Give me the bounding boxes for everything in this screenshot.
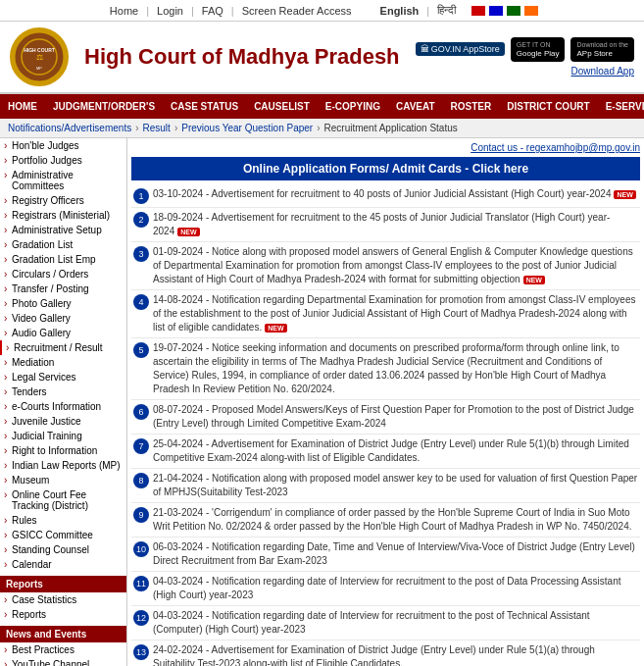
app-store-button[interactable]: Download on the APp Store (570, 37, 634, 62)
nav-case-status[interactable]: CASE STATUS (163, 94, 246, 119)
login-link[interactable]: Login (157, 5, 183, 17)
breadcrumb-question-paper[interactable]: Previous Year Question Paper (181, 123, 313, 133)
sidebar-item-reports[interactable]: Reports (0, 607, 126, 622)
notif-link-12[interactable]: 04-03-2024 - Notification regarding date… (153, 610, 590, 635)
sidebar-item-case-stats[interactable]: Case Statistics (0, 592, 126, 607)
sidebar-item-registrars[interactable]: Registrars (Ministerial) (0, 208, 126, 223)
sidebar-item-photo[interactable]: Photo Gallery (0, 296, 126, 311)
notif-text-7[interactable]: 25-04-2024 - Advertisement for Examinati… (153, 437, 638, 465)
nav-ecopying[interactable]: E-COPYING (318, 94, 388, 119)
notif-link-11[interactable]: 04-03-2024 - Notification regarding date… (153, 576, 620, 600)
contact-email[interactable]: Contact us - regexamhojbp@mp.gov.in (471, 142, 640, 153)
sidebar-section-news: News and Events (0, 626, 126, 642)
notif-text-3[interactable]: 01-09-2024 - Notice along with proposed … (153, 245, 638, 286)
sidebar-item-portfolio[interactable]: Portfolio Judges (0, 153, 126, 168)
site-header: HIGH COURT ⚖ MP High Court of Madhya Pra… (0, 22, 644, 94)
sidebar-section-reports: Reports (0, 576, 126, 592)
google-play-button[interactable]: GET IT ON Google Play (511, 37, 566, 62)
sidebar-item-standing-counsel[interactable]: Standing Counsel (0, 542, 126, 557)
sidebar-item-rules[interactable]: Rules (0, 513, 126, 528)
sidebar-item-best-practices[interactable]: Best Practices (0, 642, 126, 657)
sidebar-item-ecourts[interactable]: e-Courts Information (0, 399, 126, 414)
home-link[interactable]: Home (110, 5, 138, 17)
notif-text-8[interactable]: 21-04-2024 - Notification along with pro… (153, 472, 638, 499)
notif-number-7: 7 (133, 438, 149, 454)
notif-text-13[interactable]: 24-02-2024 - Advertisement for Examinati… (153, 643, 638, 666)
online-forms-header[interactable]: Online Application Forms/ Admit Cards - … (131, 157, 640, 180)
sidebar-item-law-reports[interactable]: Indian Law Reports (MP) (0, 458, 126, 473)
sidebar-item-museum[interactable]: Museum (0, 473, 126, 487)
download-app-link[interactable]: Download App (571, 66, 635, 77)
sidebar-item-gradation-emp[interactable]: Gradation List Emp (0, 252, 126, 267)
sidebar-item-admin-setup[interactable]: Administrative Setup (0, 223, 126, 237)
sidebar-item-judicial-training[interactable]: Judicial Training (0, 429, 126, 443)
sidebar-item-transfer[interactable]: Transfer / Posting (0, 282, 126, 296)
contact-info: Contact us - regexamhojbp@mp.gov.in (131, 142, 640, 153)
flag-red (471, 6, 485, 16)
notif-text-11[interactable]: 04-03-2024 - Notification regarding date… (153, 575, 638, 602)
notif-link-2[interactable]: 18-09-2024 - Advertisement for recruitme… (153, 212, 610, 236)
app-download-section: 🏛 GOV.IN AppStore GET IT ON Google Play … (416, 37, 634, 77)
nav-roster[interactable]: ROSTER (443, 94, 500, 119)
notif-text-12[interactable]: 04-03-2024 - Notification regarding date… (153, 609, 638, 637)
sidebar-item-rti[interactable]: Right to Information (0, 443, 126, 458)
notif-text-1[interactable]: 03-10-2024 - Advertisement for recruitme… (153, 187, 638, 201)
notif-link-1[interactable]: 03-10-2024 - Advertisement for recruitme… (153, 188, 611, 199)
sidebar-item-circulars[interactable]: Circulars / Orders (0, 267, 126, 282)
breadcrumb-notifications[interactable]: Notifications/Advertisements (8, 123, 131, 133)
sidebar-item-juvenile[interactable]: Juvenile Justice (0, 414, 126, 429)
notif-text-6[interactable]: 08-07-2024 - Proposed Model Answers/Keys… (153, 403, 638, 431)
notif-link-10[interactable]: 06-03-2024 - Notification regarding Date… (153, 541, 635, 566)
notif-number-12: 12 (133, 610, 149, 626)
breadcrumb: Notifications/Advertisements › Result › … (0, 119, 644, 138)
nav-judgment[interactable]: JUDGMENT/ORDER'S (45, 94, 163, 119)
top-navigation: Home | Login | FAQ | Screen Reader Acces… (0, 0, 644, 22)
sidebar-item-gradation[interactable]: Gradation List (0, 237, 126, 252)
sidebar-item-tenders[interactable]: Tenders (0, 384, 126, 399)
sidebar-item-court-fee[interactable]: Online Court Fee Tracking (District) (0, 487, 126, 513)
nav-home[interactable]: HOME (0, 94, 45, 119)
notif-number-11: 11 (133, 576, 149, 591)
notif-link-9[interactable]: 21-03-2024 - 'Corrigendum' in compliance… (153, 507, 632, 532)
nav-eservices[interactable]: E-SERVICES (598, 94, 644, 119)
screen-reader-link[interactable]: Screen Reader Access (242, 5, 352, 17)
hindi-link[interactable]: हिन्दी (437, 4, 456, 17)
notif-link-3[interactable]: 01-09-2024 - Notice along with proposed … (153, 246, 633, 284)
notif-number-10: 10 (133, 541, 149, 557)
badge-new-2: NEW (177, 228, 199, 236)
notification-item-9: 921-03-2024 - 'Corrigendum' in complianc… (131, 503, 640, 538)
sidebar-item-admin-committees[interactable]: Administrative Committees (0, 168, 126, 193)
nav-causelist[interactable]: CAUSELIST (246, 94, 318, 119)
english-link[interactable]: English (380, 5, 420, 17)
notif-text-9[interactable]: 21-03-2024 - 'Corrigendum' in compliance… (153, 506, 638, 534)
main-content: Contact us - regexamhojbp@mp.gov.in Onli… (127, 138, 644, 666)
notif-number-1: 1 (133, 188, 149, 204)
sidebar-item-video[interactable]: Video Gallery (0, 311, 126, 326)
faq-link[interactable]: FAQ (202, 5, 223, 17)
sidebar-item-youtube[interactable]: YouTube Channel (0, 657, 126, 666)
notif-link-6[interactable]: 08-07-2024 - Proposed Model Answers/Keys… (153, 404, 634, 429)
notif-link-4[interactable]: 14-08-2024 - Notification regarding Depa… (153, 294, 635, 333)
sidebar-item-judges[interactable]: Hon'ble Judges (0, 138, 126, 153)
sidebar-item-recruitment[interactable]: Recruitment / Result (0, 340, 126, 355)
svg-text:MP: MP (36, 66, 42, 71)
notif-text-4[interactable]: 14-08-2024 - Notification regarding Depa… (153, 293, 638, 334)
sidebar-item-gsicc[interactable]: GSICC Committee (0, 528, 126, 542)
notif-text-5[interactable]: 19-07-2024 - Notice seeking information … (153, 341, 638, 396)
sidebar-item-calendar[interactable]: Calendar (0, 557, 126, 572)
notif-text-10[interactable]: 06-03-2024 - Notification regarding Date… (153, 540, 638, 568)
notif-link-13[interactable]: 24-02-2024 - Advertisement for Examinati… (153, 644, 595, 666)
sidebar-item-audio[interactable]: Audio Gallery (0, 326, 126, 340)
notif-number-6: 6 (133, 404, 149, 420)
notif-link-7[interactable]: 25-04-2024 - Advertisement for Examinati… (153, 438, 629, 463)
notif-link-5[interactable]: 19-07-2024 - Notice seeking information … (153, 342, 619, 394)
sidebar-item-registry[interactable]: Registry Officers (0, 193, 126, 208)
notif-text-2[interactable]: 18-09-2024 - Advertisement for recruitme… (153, 211, 638, 238)
sidebar-item-legal[interactable]: Legal Services (0, 370, 126, 384)
notif-link-8[interactable]: 21-04-2024 - Notification along with pro… (153, 473, 637, 497)
nav-district-court[interactable]: DISTRICT COURT (499, 94, 597, 119)
notif-number-4: 4 (133, 294, 149, 310)
nav-caveat[interactable]: CAVEAT (388, 94, 443, 119)
sidebar-item-mediation[interactable]: Mediation (0, 355, 126, 370)
breadcrumb-result[interactable]: Result (143, 123, 171, 133)
